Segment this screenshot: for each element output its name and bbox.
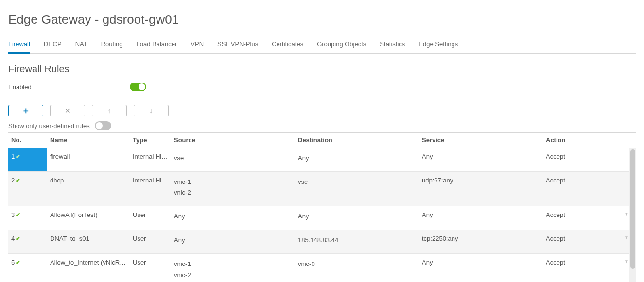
cell-service: tcp:2250:any (419, 230, 543, 254)
cell-action: Accept▼ (543, 230, 636, 254)
toggle-knob (139, 83, 145, 90)
vertical-scrollbar[interactable] (629, 148, 636, 282)
col-name[interactable]: Name (47, 133, 130, 148)
cell-name: firewall (47, 148, 130, 172)
tab-edge-settings[interactable]: Edge Settings (418, 37, 458, 54)
rules-tbody: 1✔firewallInternal HighvseAnyAnyAccept2✔… (8, 148, 636, 282)
rules-table: No. Name Type Source Destination Service… (8, 132, 636, 282)
enabled-label: Enabled (8, 83, 130, 91)
tab-nat[interactable]: NAT (75, 37, 87, 54)
plus-icon: ➕︎ (23, 107, 29, 115)
tab-certificates[interactable]: Certificates (272, 37, 303, 54)
col-no[interactable]: No. (8, 133, 47, 148)
table-row[interactable]: 4✔DNAT_to_s01UserAny185.148.83.44tcp:225… (8, 230, 636, 254)
tab-routing[interactable]: Routing (101, 37, 123, 54)
cell-service: Any (419, 148, 543, 172)
filter-toggle[interactable] (95, 121, 111, 130)
filter-label: Show only user-defined rules (8, 122, 90, 130)
table-header-row: No. Name Type Source Destination Service… (8, 133, 636, 148)
cell-type: User (130, 254, 171, 282)
cell-action: Accept (543, 172, 636, 206)
check-icon: ✔ (16, 259, 20, 266)
cell-type: Internal High (130, 148, 171, 172)
col-destination[interactable]: Destination (295, 133, 419, 148)
cell-source: Any (171, 206, 295, 230)
cell-source: vnic-1vnic-2 (171, 172, 295, 206)
row-number: 1 (11, 153, 15, 160)
table-row[interactable]: 2✔dhcpInternal Highvnic-1vnic-2vseudp:67… (8, 172, 636, 206)
cell-no: 5✔ (8, 254, 47, 282)
cell-no: 3✔ (8, 206, 47, 230)
tabs: Firewall DHCP NAT Routing Load Balancer … (8, 37, 636, 54)
scroll-thumb[interactable] (630, 149, 635, 269)
close-icon: ✕ (65, 107, 70, 115)
cell-action: Accept▼ (543, 254, 636, 282)
cell-destination: vse (295, 172, 419, 206)
table-row[interactable]: 3✔AllowAll(ForTest)UserAnyAnyAnyAccept▼ (8, 206, 636, 230)
col-action[interactable]: Action (543, 133, 636, 148)
cell-destination: vnic-0 (295, 254, 419, 282)
cell-destination: 185.148.83.44 (295, 230, 419, 254)
table-row[interactable]: 1✔firewallInternal HighvseAnyAnyAccept (8, 148, 636, 172)
row-number: 4 (11, 235, 15, 242)
tab-statistics[interactable]: Statistics (380, 37, 405, 54)
arrow-up-icon: ↑ (108, 107, 111, 115)
action-label: Accept (546, 153, 565, 160)
enabled-row: Enabled (8, 83, 636, 91)
cell-service: Any (419, 254, 543, 282)
row-number: 5 (11, 259, 15, 266)
check-icon: ✔ (16, 177, 20, 184)
arrow-down-icon: ↓ (150, 107, 153, 115)
page-title: Edge Gateway - gdsroot-gw01 (8, 12, 636, 27)
col-service[interactable]: Service (419, 133, 543, 148)
cell-source: vse (171, 148, 295, 172)
cell-name: DNAT_to_s01 (47, 230, 130, 254)
chevron-down-icon[interactable]: ▼ (624, 211, 629, 216)
toolbar: ➕︎ ✕ ↑ ↓ (8, 105, 636, 116)
action-label: Accept (546, 259, 565, 266)
cell-action: Accept▼ (543, 206, 636, 230)
tab-ssl-vpn-plus[interactable]: SSL VPN-Plus (217, 37, 258, 54)
cell-no: 2✔ (8, 172, 47, 206)
tab-grouping-objects[interactable]: Grouping Objects (317, 37, 366, 54)
row-number: 3 (11, 211, 15, 218)
cell-action: Accept (543, 148, 636, 172)
add-button[interactable]: ➕︎ (8, 105, 43, 116)
delete-button[interactable]: ✕ (50, 105, 85, 116)
col-type[interactable]: Type (130, 133, 171, 148)
cell-type: Internal High (130, 172, 171, 206)
chevron-down-icon[interactable]: ▼ (624, 235, 629, 240)
cell-name: Allow_to_Internet (vNicRules) (47, 254, 130, 282)
cell-source: Any (171, 230, 295, 254)
cell-destination: Any (295, 148, 419, 172)
action-label: Accept (546, 177, 565, 184)
section-title: Firewall Rules (8, 64, 636, 75)
cell-name: AllowAll(ForTest) (47, 206, 130, 230)
page-frame: Edge Gateway - gdsroot-gw01 Firewall DHC… (0, 0, 644, 282)
cell-type: User (130, 206, 171, 230)
check-icon: ✔ (16, 212, 20, 218)
row-number: 2 (11, 177, 15, 184)
cell-source: vnic-1vnic-2 (171, 254, 295, 282)
move-down-button[interactable]: ↓ (134, 105, 169, 116)
cell-service: Any (419, 206, 543, 230)
tab-load-balancer[interactable]: Load Balancer (137, 37, 177, 54)
enabled-toggle[interactable] (130, 83, 146, 91)
cell-type: User (130, 230, 171, 254)
check-icon: ✔ (16, 153, 20, 160)
action-label: Accept (546, 211, 565, 218)
toggle-knob (96, 122, 103, 129)
cell-destination: Any (295, 206, 419, 230)
move-up-button[interactable]: ↑ (92, 105, 127, 116)
check-icon: ✔ (16, 235, 20, 242)
col-source[interactable]: Source (171, 133, 295, 148)
tab-firewall[interactable]: Firewall (8, 37, 30, 54)
cell-name: dhcp (47, 172, 130, 206)
tab-vpn[interactable]: VPN (191, 37, 204, 54)
table-row[interactable]: 5✔Allow_to_Internet (vNicRules)Uservnic-… (8, 254, 636, 282)
cell-no: 1✔ (8, 148, 47, 172)
chevron-down-icon[interactable]: ▼ (624, 259, 629, 264)
tab-dhcp[interactable]: DHCP (44, 37, 62, 54)
cell-no: 4✔ (8, 230, 47, 254)
cell-service: udp:67:any (419, 172, 543, 206)
